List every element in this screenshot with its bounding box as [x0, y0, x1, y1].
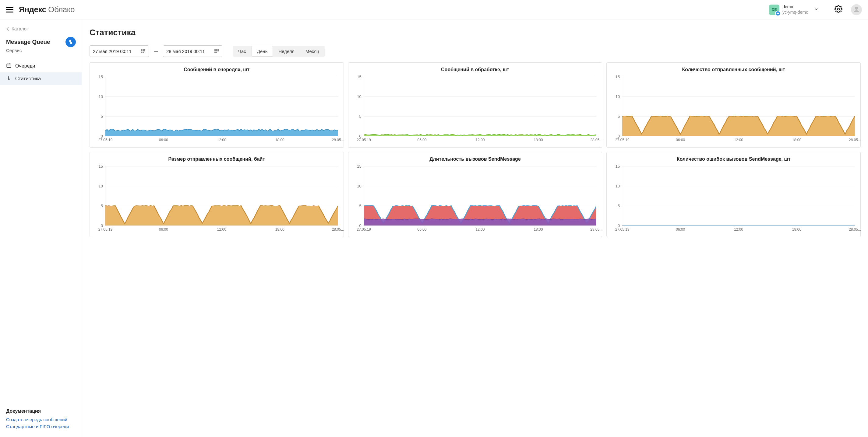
- chart-card-messages-in-processing: Сообщений в обработке, шт05101527.05.190…: [348, 62, 602, 147]
- svg-rect-12: [143, 50, 144, 52]
- x-tick: 12:00: [734, 136, 743, 142]
- x-tick: 18:00: [275, 226, 284, 232]
- range-option-День[interactable]: День: [252, 46, 273, 57]
- project-switcher[interactable]: DE demo yc-ymq-demo: [767, 3, 821, 16]
- range-segmented-control: ЧасДеньНеделяМесяц: [233, 46, 325, 57]
- logo-secondary: Облако: [48, 5, 74, 14]
- chart-area[interactable]: 05101527.05.1906:0012:0018:0028.05...: [352, 165, 598, 234]
- date-from-input[interactable]: 27 мая 2019 00:11: [90, 45, 149, 57]
- x-tick: 06:00: [417, 226, 427, 232]
- chart-card-sent-messages-size: Размер отправленных сообщений, байт05101…: [90, 152, 344, 237]
- chart-title: Количество ошибок вызовов SendMessage, ш…: [610, 157, 857, 162]
- range-option-Час[interactable]: Час: [233, 46, 252, 57]
- x-tick: 06:00: [159, 226, 168, 232]
- service-subtitle: Сервис: [0, 47, 82, 60]
- sidebar: Каталог Message Queue Сервис ОчередиСтат…: [0, 20, 82, 437]
- docs-heading: Документация: [6, 408, 76, 414]
- x-tick: 27.05.19: [615, 226, 629, 232]
- chart-title: Размер отправленных сообщений, байт: [93, 157, 340, 162]
- y-tick: 15: [616, 164, 622, 169]
- chart-card-messages-in-queues: Сообщений в очередях, шт05101527.05.1906…: [90, 62, 344, 147]
- y-tick: 10: [616, 94, 622, 99]
- cloud-icon: [775, 11, 781, 16]
- x-tick: 12:00: [475, 136, 485, 142]
- svg-rect-9: [143, 49, 144, 50]
- calendar-icon: [141, 48, 146, 54]
- sidebar-item-queues[interactable]: Очереди: [0, 60, 82, 72]
- svg-rect-1: [7, 64, 11, 68]
- chart-area[interactable]: 05101527.05.1906:0012:0018:0028.05...: [93, 165, 340, 234]
- y-tick: 15: [99, 74, 105, 79]
- x-tick: 27.05.19: [356, 226, 371, 232]
- y-tick: 10: [616, 183, 622, 188]
- y-tick: 10: [99, 183, 105, 188]
- x-tick: 27.05.19: [615, 136, 629, 142]
- chart-card-sent-messages-count: Количество отправленных сообщений, шт051…: [607, 62, 861, 147]
- settings-button[interactable]: [835, 5, 842, 14]
- svg-rect-16: [214, 49, 216, 50]
- svg-rect-14: [141, 52, 142, 53]
- chart-title: Количество отправленных сообщений, шт: [610, 67, 857, 72]
- y-tick: 15: [357, 164, 364, 169]
- project-badge: DE: [769, 5, 779, 15]
- y-tick: 5: [359, 203, 364, 208]
- chart-card-sendmessage-duration: Длительность вызовов SendMessage05101527…: [348, 152, 602, 237]
- x-tick: 12:00: [217, 136, 226, 142]
- message-queue-icon: [65, 37, 76, 47]
- menu-toggle-button[interactable]: [6, 7, 13, 12]
- range-option-Неделя[interactable]: Неделя: [273, 46, 300, 57]
- svg-rect-19: [214, 50, 216, 52]
- svg-rect-13: [144, 50, 145, 52]
- svg-rect-17: [216, 49, 217, 50]
- chart-title: Длительность вызовов SendMessage: [352, 157, 598, 162]
- x-tick: 27.05.19: [98, 226, 113, 232]
- range-option-Месяц[interactable]: Месяц: [300, 46, 325, 57]
- svg-rect-20: [216, 50, 217, 52]
- page-title: Статистика: [90, 28, 861, 37]
- y-tick: 15: [357, 74, 364, 79]
- chart-area[interactable]: 05101527.05.1906:0012:0018:0028.05...: [610, 165, 857, 234]
- x-tick: 06:00: [159, 136, 168, 142]
- x-tick: 27.05.19: [356, 136, 371, 142]
- y-tick: 10: [357, 94, 364, 99]
- x-tick: 28.05...: [332, 226, 344, 232]
- x-tick: 06:00: [676, 226, 685, 232]
- x-tick: 12:00: [217, 226, 226, 232]
- sidebar-item-stats[interactable]: Статистика: [0, 72, 82, 85]
- back-to-catalog-link[interactable]: Каталог: [0, 26, 82, 37]
- user-avatar[interactable]: [851, 4, 862, 15]
- doc-link-0[interactable]: Создать очередь сообщений: [6, 417, 76, 422]
- stats-icon: [6, 75, 11, 82]
- svg-rect-10: [144, 49, 145, 50]
- x-tick: 28.05...: [590, 136, 602, 142]
- project-name: demo: [782, 4, 808, 10]
- x-tick: 28.05...: [590, 226, 602, 232]
- y-tick: 5: [101, 203, 105, 208]
- y-tick: 5: [618, 203, 622, 208]
- x-tick: 18:00: [792, 136, 801, 142]
- calendar-icon: [6, 63, 11, 69]
- logo[interactable]: Яндекс Облако: [19, 5, 74, 14]
- y-tick: 15: [99, 164, 105, 169]
- logo-primary: Яндекс: [19, 5, 46, 14]
- doc-link-1[interactable]: Стандартные и FIFO очереди: [6, 424, 76, 429]
- svg-rect-18: [217, 49, 219, 50]
- x-tick: 12:00: [734, 226, 743, 232]
- svg-rect-11: [141, 50, 142, 52]
- y-tick: 5: [101, 114, 105, 119]
- x-tick: 12:00: [475, 226, 485, 232]
- chart-area[interactable]: 05101527.05.1906:0012:0018:0028.05...: [93, 75, 340, 145]
- date-to-input[interactable]: 28 мая 2019 00:11: [163, 45, 222, 57]
- date-range-separator: —: [154, 49, 158, 54]
- x-tick: 06:00: [417, 136, 427, 142]
- sidebar-item-label: Очереди: [15, 63, 35, 69]
- app-header: Яндекс Облако DE demo yc-ymq-demo: [0, 0, 868, 20]
- chart-area[interactable]: 05101527.05.1906:0012:0018:0028.05...: [352, 75, 598, 145]
- chart-title: Сообщений в очередях, шт: [93, 67, 340, 72]
- svg-rect-22: [214, 52, 216, 53]
- chevron-down-icon: [814, 7, 819, 12]
- chart-area[interactable]: 05101527.05.1906:0012:0018:0028.05...: [610, 75, 857, 145]
- main-content: Статистика 27 мая 2019 00:11 — 28 мая 20…: [82, 20, 868, 437]
- cloud-name: yc-ymq-demo: [782, 10, 808, 15]
- y-tick: 5: [359, 114, 364, 119]
